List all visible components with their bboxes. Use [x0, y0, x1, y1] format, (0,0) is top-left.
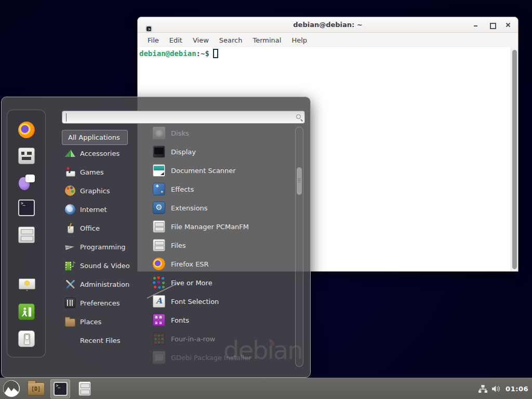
- logout-icon: [18, 303, 35, 320]
- minimize-button[interactable]: [473, 22, 478, 28]
- favorite-keyboard[interactable]: [18, 148, 35, 164]
- app-item-extensions[interactable]: Extensions: [149, 198, 294, 217]
- app-item-five-or-more[interactable]: Five or More: [149, 273, 294, 292]
- app-label: Display: [171, 148, 196, 156]
- five-or-more-icon: [153, 276, 165, 289]
- app-item-fonts[interactable]: Fonts: [149, 311, 294, 329]
- category-places[interactable]: Places: [62, 312, 145, 331]
- office-icon: [65, 223, 75, 233]
- category-preferences[interactable]: Preferences: [62, 294, 145, 312]
- application-list: DisksDisplayDocument ScannerEffectsExten…: [149, 124, 294, 367]
- category-administration[interactable]: Administration: [62, 275, 145, 294]
- app-label: Files: [171, 242, 186, 249]
- file-cabinet-icon: [153, 239, 165, 251]
- favorite-lock-screen[interactable]: [18, 277, 35, 294]
- network-icon[interactable]: [478, 385, 487, 393]
- close-button[interactable]: [506, 22, 511, 28]
- display-icon: [153, 145, 165, 158]
- file-cabinet-icon: [78, 381, 91, 396]
- category-accessories[interactable]: Accessories: [62, 144, 145, 163]
- clock[interactable]: 01:06: [506, 385, 528, 393]
- terminal-menu-help[interactable]: Help: [287, 35, 312, 46]
- effects-icon: [153, 183, 165, 195]
- favorite-file-cabinet[interactable]: [18, 227, 35, 243]
- category-games[interactable]: Games: [62, 163, 145, 181]
- application-list-scrollbar[interactable]: [295, 127, 303, 367]
- favorites-panel: [7, 110, 46, 357]
- terminal-menu-terminal[interactable]: Terminal: [248, 35, 286, 46]
- taskbar-tray: 01:06: [478, 385, 532, 393]
- category-label: Graphics: [80, 187, 110, 195]
- app-label: Firefox ESR: [171, 260, 209, 268]
- volume-icon[interactable]: [491, 385, 501, 393]
- app-item-gdebi-package-installer[interactable]: GDebi Package Installer: [149, 348, 294, 367]
- accessories-icon: [65, 148, 75, 158]
- terminal-scrollbar-thumb[interactable]: [512, 50, 517, 269]
- firefox-icon: [18, 122, 35, 138]
- category-programming[interactable]: Programming: [62, 237, 145, 256]
- category-label: Internet: [80, 206, 107, 214]
- app-item-files[interactable]: Files: [149, 236, 294, 255]
- document-scanner-icon: [153, 164, 165, 177]
- app-item-four-in-a-row[interactable]: Four-in-a-row: [149, 329, 294, 348]
- search-bar[interactable]: [62, 111, 305, 124]
- all-applications-button[interactable]: All Applications: [62, 130, 128, 145]
- pidgin-icon: [18, 174, 35, 190]
- category-label: Programming: [80, 243, 126, 251]
- application-list-scrollbar-thumb[interactable]: [297, 167, 302, 195]
- terminal-titlebar[interactable]: debian@debian: ~: [138, 17, 518, 33]
- administration-icon: [65, 279, 75, 289]
- lock-screen-icon: [18, 277, 35, 294]
- app-item-document-scanner[interactable]: Document Scanner: [149, 161, 294, 180]
- terminal-menu-edit[interactable]: Edit: [165, 35, 187, 46]
- category-graphics[interactable]: Graphics: [62, 181, 145, 200]
- text-caret: [66, 113, 66, 122]
- favorite-logout[interactable]: [18, 303, 35, 320]
- favorite-shutdown[interactable]: [18, 330, 35, 347]
- terminal-menu-search[interactable]: Search: [215, 35, 247, 46]
- category-label: Office: [80, 224, 100, 232]
- taskbar-button-terminal[interactable]: [50, 379, 70, 398]
- graphics-icon: [65, 185, 75, 196]
- places-icon: [65, 318, 75, 327]
- programming-icon: [65, 242, 75, 252]
- app-label: Disks: [171, 129, 189, 137]
- category-label: Recent Files: [80, 337, 121, 344]
- favorite-pidgin[interactable]: [18, 174, 35, 190]
- taskbar-launchers: [0, 379, 95, 398]
- games-icon: [65, 167, 75, 177]
- terminal-prompt: debian@debian:~$: [139, 49, 510, 58]
- disks-icon: [153, 127, 165, 139]
- terminal-menu-file[interactable]: File: [143, 35, 164, 46]
- taskbar-button-folder-d[interactable]: [26, 379, 46, 398]
- favorite-firefox[interactable]: [18, 122, 35, 138]
- maximize-button[interactable]: [489, 22, 495, 28]
- terminal-icon: [54, 382, 68, 396]
- search-icon: [296, 114, 301, 119]
- search-input[interactable]: [62, 111, 304, 123]
- taskbar-button-file-cabinet[interactable]: [75, 379, 95, 398]
- category-office[interactable]: Office: [62, 219, 145, 237]
- terminal-scrollbar[interactable]: [511, 47, 518, 272]
- favorite-terminal[interactable]: [18, 200, 35, 216]
- app-item-display[interactable]: Display: [149, 142, 294, 161]
- category-recent-files[interactable]: Recent Files: [62, 331, 145, 350]
- all-applications-label: All Applications: [68, 134, 120, 141]
- app-item-firefox-esr[interactable]: Firefox ESR: [149, 255, 294, 273]
- taskbar-button-menu-launcher[interactable]: [2, 379, 21, 398]
- app-item-effects[interactable]: Effects: [149, 180, 294, 198]
- taskbar: 01:06: [0, 378, 532, 399]
- terminal-window-title: debian@debian: ~: [138, 21, 518, 29]
- prompt-symbol: $: [205, 49, 209, 58]
- category-sound-video[interactable]: Sound & Video: [62, 256, 145, 275]
- category-internet[interactable]: Internet: [62, 200, 145, 219]
- app-item-file-manager-pcmanfm[interactable]: File Manager PCManFM: [149, 217, 294, 236]
- app-item-disks[interactable]: Disks: [149, 124, 294, 142]
- app-item-font-selection[interactable]: Font Selection: [149, 292, 294, 311]
- preferences-icon: [65, 298, 75, 308]
- folder-d-icon: [28, 382, 45, 395]
- terminal-menu-view[interactable]: View: [188, 35, 214, 46]
- file-cabinet-icon: [18, 227, 35, 243]
- app-label: Four-in-a-row: [171, 335, 215, 343]
- category-label: Games: [80, 168, 103, 176]
